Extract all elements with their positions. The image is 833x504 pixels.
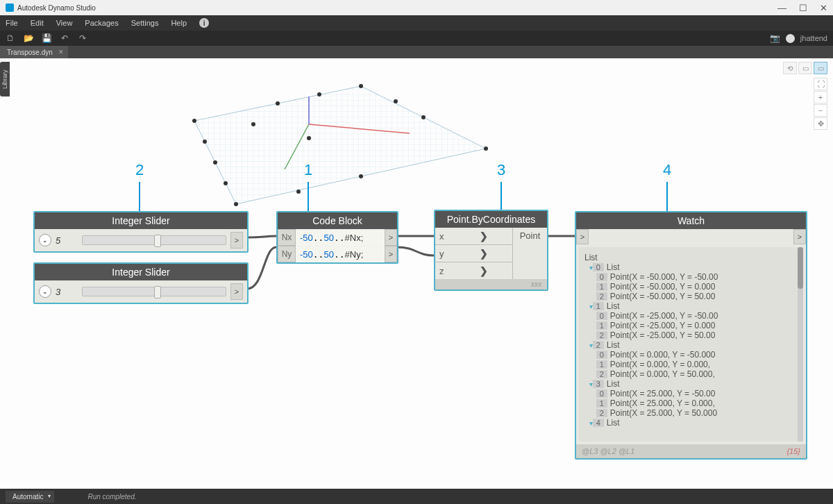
node-header: Point.ByCoordinates	[435, 211, 547, 228]
maximize-button[interactable]: ☐	[799, 3, 807, 13]
expand-toggle-icon[interactable]: ⌄	[39, 285, 51, 298]
viewport-mode-controls: ⟲ ▭ ▭	[783, 62, 827, 74]
document-tab[interactable]: Transpose.dyn ✕	[0, 46, 68, 58]
input-port-y[interactable]: y	[435, 246, 455, 262]
app-logo-icon	[6, 3, 14, 12]
output-port-point[interactable]: Point	[512, 228, 547, 279]
svg-point-14	[251, 122, 255, 126]
menu-packages[interactable]: Packages	[85, 19, 118, 27]
slider-track[interactable]	[82, 287, 226, 296]
node-watch[interactable]: Watch > > List ▾0List 0Point(X = -50.000…	[575, 211, 807, 460]
node-header: Code Block	[278, 212, 397, 229]
info-icon[interactable]: i	[199, 18, 209, 28]
svg-point-11	[359, 174, 363, 178]
zoom-out-icon[interactable]: −	[814, 104, 827, 117]
svg-point-6	[359, 84, 363, 88]
svg-point-16	[394, 99, 398, 103]
3d-view-icon[interactable]: ▭	[814, 62, 827, 74]
node-header: Integer Slider	[35, 212, 247, 229]
svg-point-8	[307, 136, 311, 140]
svg-point-15	[317, 92, 321, 96]
svg-point-13	[203, 140, 207, 144]
document-tab-bar: Transpose.dyn ✕	[0, 46, 833, 58]
node-code-block[interactable]: Code Block Nx -50..50..#Nx; > Ny -50..50…	[276, 211, 398, 264]
input-port[interactable]: >	[576, 229, 589, 244]
link-view-icon[interactable]: ⟲	[783, 62, 797, 74]
user-name[interactable]: jhattend	[800, 34, 827, 42]
graph-view-icon[interactable]: ▭	[798, 62, 812, 74]
pan-icon[interactable]: ✥	[814, 117, 827, 130]
input-port-z[interactable]: z	[435, 263, 455, 279]
3d-preview-grid	[180, 72, 493, 211]
svg-point-7	[213, 160, 217, 165]
output-port[interactable]: >	[793, 229, 806, 244]
output-port[interactable]: >	[230, 232, 243, 249]
camera-icon[interactable]: 📷	[771, 33, 780, 43]
status-bar: Automatic Run completed.	[0, 489, 833, 504]
watch-count: {15}	[786, 447, 800, 455]
node-integer-slider-2[interactable]: Integer Slider ⌄ 3 >	[33, 262, 249, 304]
code-line-2[interactable]: -50..50..#Ny;	[296, 246, 385, 262]
output-port[interactable]: >	[385, 229, 397, 246]
redo-icon[interactable]: ↷	[78, 33, 87, 43]
svg-point-9	[421, 115, 426, 119]
document-tab-label: Transpose.dyn	[7, 49, 53, 56]
node-integer-slider-1[interactable]: Integer Slider ⌄ 5 >	[33, 211, 249, 253]
annotation-4: 4	[663, 161, 671, 217]
code-line-1[interactable]: -50..50..#Nx;	[296, 230, 385, 246]
svg-point-4	[192, 119, 196, 123]
workspace-canvas[interactable]: Library ⟲ ▭ ▭ ⛶ + − ✥ 2 1 3 4	[0, 58, 833, 489]
lacing-icon[interactable]: ❯	[455, 245, 512, 262]
slider-value: 3	[56, 287, 78, 297]
slider-track[interactable]	[82, 235, 226, 245]
svg-point-12	[484, 146, 488, 151]
input-port-nx[interactable]: Nx	[278, 229, 296, 246]
user-avatar-icon[interactable]	[786, 34, 795, 43]
zoom-in-icon[interactable]: +	[814, 91, 827, 103]
input-port-ny[interactable]: Ny	[278, 246, 296, 262]
output-port[interactable]: >	[230, 283, 243, 300]
node-header: Integer Slider	[35, 264, 247, 280]
annotation-1: 1	[304, 161, 312, 211]
node-header: Watch	[576, 212, 806, 229]
node-point-by-coordinates[interactable]: Point.ByCoordinates x❯ y❯ z❯ Point xxx	[434, 210, 548, 291]
watch-levels: @L3 @L2 @L1	[582, 447, 634, 455]
annotation-3: 3	[497, 161, 505, 211]
new-file-icon[interactable]: 🗋	[6, 33, 15, 43]
slider-value: 5	[56, 235, 78, 246]
menu-help[interactable]: Help	[171, 19, 187, 27]
minimize-button[interactable]: —	[777, 3, 786, 13]
expand-toggle-icon[interactable]: ⌄	[39, 234, 51, 246]
lacing-icon[interactable]: ❯	[455, 262, 512, 279]
menu-file[interactable]: File	[6, 19, 18, 27]
status-message: Run completed.	[87, 493, 136, 501]
library-label: Library	[1, 69, 8, 89]
toolbar: 🗋 📂 💾 ↶ ↷ 📷 jhattend	[0, 31, 833, 46]
output-port[interactable]: >	[385, 246, 397, 262]
lacing-indicator: xxx	[435, 279, 547, 289]
library-panel-toggle[interactable]: Library	[0, 62, 10, 96]
open-file-icon[interactable]: 📂	[24, 33, 33, 43]
close-button[interactable]: ✕	[820, 3, 827, 13]
viewport-nav-controls: ⛶ + − ✥	[814, 78, 827, 130]
menu-view[interactable]: View	[56, 19, 73, 27]
undo-icon[interactable]: ↶	[60, 33, 69, 43]
svg-point-18	[296, 190, 301, 194]
svg-point-17	[224, 181, 228, 185]
fit-view-icon[interactable]: ⛶	[814, 78, 827, 90]
svg-point-5	[276, 101, 280, 106]
svg-marker-0	[194, 86, 486, 204]
svg-point-10	[234, 202, 238, 206]
run-mode-selector[interactable]: Automatic	[6, 491, 54, 503]
app-title: Autodesk Dynamo Studio	[17, 4, 96, 12]
menu-settings[interactable]: Settings	[131, 19, 159, 27]
scrollbar[interactable]	[798, 247, 803, 442]
tab-close-icon[interactable]: ✕	[58, 49, 64, 56]
menu-bar: File Edit View Packages Settings Help i	[0, 15, 833, 31]
input-port-x[interactable]: x	[435, 228, 455, 244]
menu-edit[interactable]: Edit	[31, 19, 44, 27]
title-bar: Autodesk Dynamo Studio — ☐ ✕	[0, 0, 833, 15]
save-icon[interactable]: 💾	[42, 33, 51, 43]
lacing-icon[interactable]: ❯	[455, 228, 512, 244]
watch-output-list[interactable]: List ▾0List 0Point(X = -50.000, Y = -50.…	[579, 247, 803, 442]
